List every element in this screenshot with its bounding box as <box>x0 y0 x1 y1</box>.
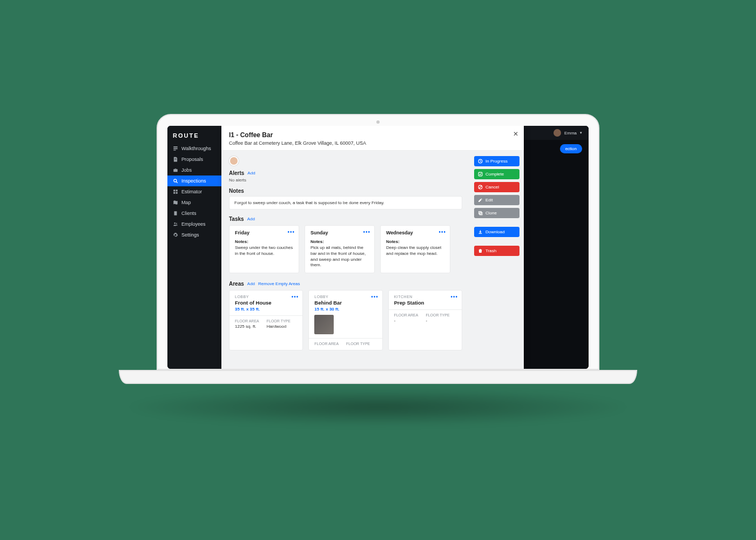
svg-rect-2 <box>173 150 176 151</box>
btn-label: Clone <box>485 211 497 215</box>
ban-icon <box>478 185 483 190</box>
map-icon <box>173 200 178 205</box>
sidebar-item-settings[interactable]: Settings <box>167 230 221 240</box>
sidebar-item-proposals[interactable]: Proposals <box>167 154 221 165</box>
alerts-section-label: Alerts Add <box>229 170 462 176</box>
btn-label: Download <box>485 230 505 234</box>
floor-area-label: FLOOR AREA <box>394 313 418 317</box>
svg-rect-0 <box>173 146 178 147</box>
more-icon[interactable]: ••• <box>287 229 295 235</box>
alerts-label-text: Alerts <box>229 170 244 176</box>
clone-button[interactable]: Clone <box>474 208 519 218</box>
area-card[interactable]: ••• LOBBY Behind Bar 15 ft. x 30 ft. FLO… <box>308 290 382 350</box>
sidebar-item-label: Settings <box>181 232 199 238</box>
more-icon[interactable]: ••• <box>450 294 458 300</box>
modal-address: Coffee Bar at Cemetery Lane, Elk Grove V… <box>229 140 516 146</box>
sidebar-item-label: Clients <box>181 211 197 216</box>
area-dimensions: 35 ft. x 35 ft. <box>235 307 297 312</box>
btn-label: Trash <box>485 248 496 253</box>
floor-area-value: 1225 sq. ft. <box>235 324 259 329</box>
assignee-row <box>229 156 462 166</box>
area-image-thumb[interactable] <box>314 315 334 334</box>
svg-rect-7 <box>173 190 175 191</box>
notes-section-label: Notes <box>229 188 462 194</box>
spacer <box>474 240 519 243</box>
floor-type-value: Hardwood <box>267 324 291 329</box>
sidebar-item-inspections[interactable]: Inspections <box>167 176 221 186</box>
clock-icon <box>478 159 483 164</box>
check-icon <box>478 172 483 177</box>
download-button[interactable]: Download <box>474 227 519 237</box>
areas-add-link[interactable]: Add <box>247 281 255 286</box>
grid-icon <box>173 189 178 194</box>
svg-rect-10 <box>176 192 178 194</box>
svg-rect-8 <box>176 190 178 191</box>
svg-point-5 <box>174 179 177 182</box>
floor-type-label: FLOOR TYPE <box>267 319 291 323</box>
user-avatar-small[interactable] <box>554 129 561 137</box>
tasks-row: ••• Friday Notes: Sweep under the two co… <box>229 225 462 273</box>
areas-remove-empty-link[interactable]: Remove Empty Areas <box>258 281 300 286</box>
more-icon[interactable]: ••• <box>292 294 299 300</box>
spacer <box>474 221 519 224</box>
more-icon[interactable]: ••• <box>371 294 379 300</box>
divider <box>230 315 302 316</box>
download-icon <box>478 230 483 234</box>
floor-area-label: FLOOR AREA <box>235 319 259 323</box>
area-card[interactable]: ••• KITCHEN Prep Station FLOOR AREA - <box>388 290 462 350</box>
laptop-base <box>119 370 637 384</box>
btn-label: Edit <box>485 198 493 202</box>
user-name[interactable]: Emma <box>564 131 577 136</box>
task-notes: Sweep under the two couches in the front… <box>235 245 293 257</box>
task-card[interactable]: ••• Friday Notes: Sweep under the two co… <box>229 225 299 273</box>
close-icon[interactable]: ✕ <box>513 130 518 138</box>
sidebar-item-label: Walkthroughs <box>181 146 211 151</box>
sidebar-item-map[interactable]: Map <box>167 197 221 208</box>
action-buttons: In Progress Complete Cancel <box>470 151 524 369</box>
users-icon <box>173 221 178 227</box>
sidebar-item-estimator[interactable]: Estimator <box>167 186 221 197</box>
floor-type-label: FLOOR TYPE <box>346 342 370 346</box>
cancel-button[interactable]: Cancel <box>474 182 519 192</box>
area-category: KITCHEN <box>394 295 456 299</box>
svg-point-11 <box>174 222 176 224</box>
svg-line-6 <box>176 181 178 183</box>
area-card[interactable]: ••• LOBBY Front of House 35 ft. x 35 ft.… <box>229 290 303 350</box>
sidebar-item-employees[interactable]: Employees <box>167 219 221 230</box>
sidebar-item-clients[interactable]: Clients <box>167 208 221 219</box>
task-card[interactable]: ••• Wednesday Notes: Deep clean the supp… <box>380 225 450 273</box>
app-screen: ROUTE Walkthroughs Proposals Jobs Inspec… <box>167 126 589 369</box>
sidebar-item-walkthroughs[interactable]: Walkthroughs <box>167 143 221 154</box>
floor-type-value: - <box>426 318 449 323</box>
sidebar-item-label: Proposals <box>181 157 203 162</box>
btn-label: In Progress <box>485 159 508 164</box>
more-icon[interactable]: ••• <box>363 229 370 235</box>
areas-section-label: Areas Add Remove Empty Areas <box>229 281 462 287</box>
area-title: Front of House <box>235 300 297 306</box>
sidebar-item-jobs[interactable]: Jobs <box>167 165 221 176</box>
area-category: LOBBY <box>235 295 297 299</box>
camera-dot <box>376 120 380 124</box>
tasks-add-link[interactable]: Add <box>247 217 255 221</box>
modal-body: Alerts Add No alerts Notes Forgot to swe… <box>221 151 524 369</box>
tasks-label-text: Tasks <box>229 216 244 222</box>
floor-area-label: FLOOR AREA <box>314 342 339 346</box>
trash-button[interactable]: Trash <box>474 246 519 256</box>
svg-rect-4 <box>174 159 177 160</box>
areas-label-text: Areas <box>229 281 244 287</box>
edit-button[interactable]: Edit <box>474 195 519 205</box>
complete-button[interactable]: Complete <box>474 169 519 179</box>
alerts-add-link[interactable]: Add <box>247 171 255 176</box>
drop-shadow <box>124 388 632 426</box>
app-main-backdrop: Emma ▾ ection I1 - Coffee Bar Coffee Bar… <box>221 126 589 369</box>
header-action-pill[interactable]: ection <box>560 144 582 153</box>
assignee-avatar[interactable] <box>229 156 239 166</box>
in-progress-button[interactable]: In Progress <box>474 156 519 166</box>
more-icon[interactable]: ••• <box>438 229 446 235</box>
svg-rect-1 <box>173 148 178 149</box>
chevron-down-icon[interactable]: ▾ <box>580 131 582 135</box>
modal-title: I1 - Coffee Bar <box>229 131 516 139</box>
task-card[interactable]: ••• Sunday Notes: Pick up all mats, behi… <box>305 225 375 273</box>
area-meta-row: FLOOR AREA - FLOOR TYPE - <box>394 313 456 323</box>
floor-area-value: - <box>394 318 418 323</box>
